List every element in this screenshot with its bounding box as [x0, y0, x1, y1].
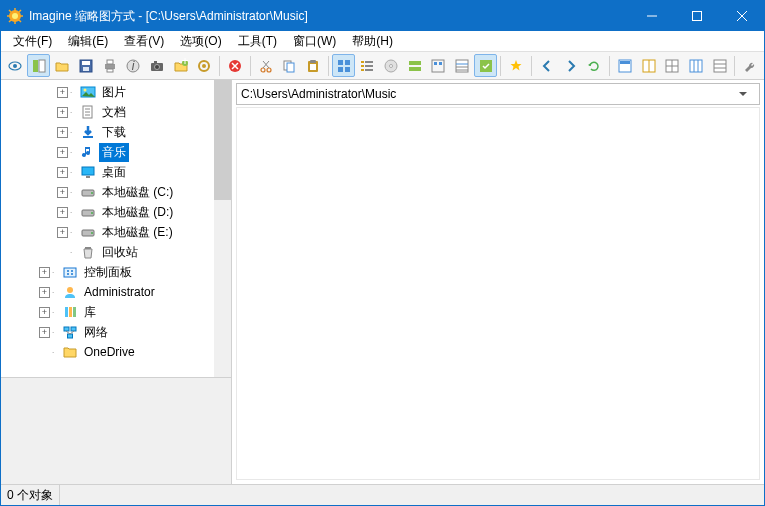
documents-icon: [80, 104, 96, 120]
tree-item[interactable]: ·回收站: [1, 242, 231, 262]
toolbar-delete[interactable]: [223, 54, 247, 77]
toolbar-grid-4[interactable]: [684, 54, 708, 77]
menu-view[interactable]: 查看(V): [116, 31, 172, 52]
toolbar-grid-2[interactable]: [637, 54, 661, 77]
titlebar[interactable]: Imagine 缩略图方式 - [C:\Users\Administrator\…: [1, 1, 764, 31]
statusbar: 0 个对象: [1, 484, 764, 505]
toolbar-tree-toggle[interactable]: [27, 54, 51, 77]
expander-icon[interactable]: +: [57, 187, 68, 198]
toolbar-nav-back[interactable]: [535, 54, 559, 77]
svg-rect-88: [86, 176, 90, 178]
toolbar-wrench[interactable]: [738, 54, 762, 77]
expander-icon[interactable]: +: [57, 87, 68, 98]
folder-open-icon: [54, 58, 70, 74]
svg-rect-46: [345, 60, 350, 65]
toolbar-folder-new[interactable]: +: [169, 54, 193, 77]
tree-item[interactable]: +·控制面板: [1, 262, 231, 282]
music-icon: [80, 144, 96, 160]
expander-icon[interactable]: +: [39, 287, 50, 298]
toolbar-print[interactable]: [98, 54, 122, 77]
tree-item[interactable]: +·下载: [1, 122, 231, 142]
menu-window[interactable]: 窗口(W): [285, 31, 344, 52]
toolbar-view-details[interactable]: [450, 54, 474, 77]
expander-icon[interactable]: +: [57, 227, 68, 238]
toolbar-view-icons[interactable]: [426, 54, 450, 77]
path-dropdown-icon[interactable]: [739, 92, 755, 97]
expander-icon[interactable]: +: [39, 327, 50, 338]
grid-3-icon: [664, 58, 680, 74]
tree-item[interactable]: +·Administrator: [1, 282, 231, 302]
toolbar-eye[interactable]: [3, 54, 27, 77]
folder-tree[interactable]: +·图片+·文档+·下载+·音乐+·桌面+·本地磁盘 (C:)+·本地磁盘 (D…: [1, 80, 231, 377]
toolbar-view-list[interactable]: [355, 54, 379, 77]
expander-icon[interactable]: +: [57, 167, 68, 178]
grid-4-icon: [688, 58, 704, 74]
svg-point-98: [71, 270, 73, 272]
tree-item[interactable]: +·库: [1, 302, 231, 322]
toolbar-camera[interactable]: [145, 54, 169, 77]
network-icon: [62, 324, 78, 340]
svg-point-32: [202, 64, 206, 68]
toolbar-save[interactable]: [74, 54, 98, 77]
tree-item-label: 本地磁盘 (C:): [99, 183, 176, 202]
expander-icon[interactable]: +: [57, 207, 68, 218]
menu-file[interactable]: 文件(F): [5, 31, 60, 52]
tree-item[interactable]: +·本地磁盘 (E:): [1, 222, 231, 242]
menu-help[interactable]: 帮助(H): [344, 31, 401, 52]
menu-options[interactable]: 选项(O): [172, 31, 229, 52]
user-icon: [62, 284, 78, 300]
tree-item[interactable]: ·OneDrive: [1, 342, 231, 362]
toolbar-copy[interactable]: [277, 54, 301, 77]
expander-icon: [39, 347, 50, 358]
toolbar-grid-1[interactable]: [613, 54, 637, 77]
toolbar-settings[interactable]: [192, 54, 216, 77]
close-button[interactable]: [719, 1, 764, 31]
svg-rect-22: [107, 60, 113, 64]
tree-item-label: 音乐: [99, 143, 129, 162]
tree-item[interactable]: +·音乐: [1, 142, 231, 162]
svg-point-99: [67, 273, 69, 275]
toolbar-cut[interactable]: [254, 54, 278, 77]
toolbar-view-select[interactable]: [474, 54, 498, 77]
toolbar-paste[interactable]: [301, 54, 325, 77]
tree-item[interactable]: +·桌面: [1, 162, 231, 182]
menu-edit[interactable]: 编辑(E): [60, 31, 116, 52]
expander-icon[interactable]: +: [39, 307, 50, 318]
path-bar[interactable]: C:\Users\Administrator\Music: [236, 83, 760, 105]
tree-item[interactable]: +·图片: [1, 82, 231, 102]
svg-point-27: [154, 64, 159, 69]
tree-scrollbar-thumb[interactable]: [214, 80, 231, 200]
toolbar-refresh[interactable]: [582, 54, 606, 77]
save-icon: [78, 58, 94, 74]
thumbnail-area[interactable]: [236, 107, 760, 480]
minimize-button[interactable]: [629, 1, 674, 31]
svg-point-81: [84, 89, 87, 92]
svg-text:+: +: [181, 58, 188, 68]
toolbar-view-cd[interactable]: [379, 54, 403, 77]
tree-item[interactable]: +·文档: [1, 102, 231, 122]
expander-icon[interactable]: +: [57, 127, 68, 138]
svg-rect-53: [361, 69, 364, 71]
menu-tools[interactable]: 工具(T): [230, 31, 285, 52]
grid-2-icon: [641, 58, 657, 74]
tree-scrollbar[interactable]: [214, 80, 231, 377]
toolbar-nav-forward[interactable]: [559, 54, 583, 77]
expander-icon[interactable]: +: [57, 107, 68, 118]
tree-item[interactable]: +·网络: [1, 322, 231, 342]
svg-point-100: [71, 273, 73, 275]
toolbar-folder-open[interactable]: [50, 54, 74, 77]
tree-item[interactable]: +·本地磁盘 (C:): [1, 182, 231, 202]
tree-item[interactable]: +·本地磁盘 (D:): [1, 202, 231, 222]
expander-icon[interactable]: +: [39, 267, 50, 278]
svg-point-97: [67, 270, 69, 272]
maximize-button[interactable]: [674, 1, 719, 31]
toolbar-view-thumb[interactable]: [332, 54, 356, 77]
toolbar-view-tiles[interactable]: [403, 54, 427, 77]
libraries-icon: [62, 304, 78, 320]
toolbar-grid-3[interactable]: [660, 54, 684, 77]
svg-rect-52: [365, 65, 373, 67]
toolbar-grid-5[interactable]: [708, 54, 732, 77]
expander-icon[interactable]: +: [57, 147, 68, 158]
toolbar-star[interactable]: [504, 54, 528, 77]
toolbar-info[interactable]: i: [121, 54, 145, 77]
